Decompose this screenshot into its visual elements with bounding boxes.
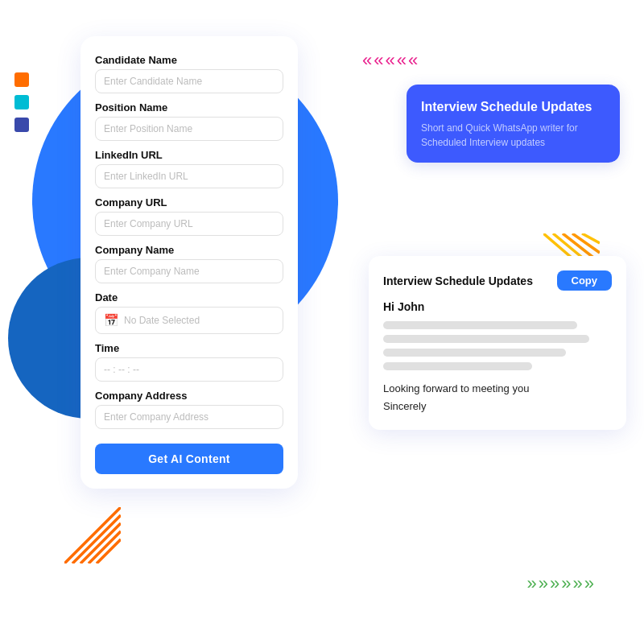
calendar-icon: 📅 bbox=[104, 313, 119, 328]
svg-line-0 bbox=[64, 507, 121, 564]
company-address-group: Company Address bbox=[95, 390, 283, 429]
get-ai-content-button[interactable]: Get AI Content bbox=[95, 444, 283, 474]
color-bar-indigo bbox=[14, 118, 29, 132]
linkedin-url-group: LinkedIn URL bbox=[95, 149, 283, 188]
output-closing: Looking forward to meeting youSincerely bbox=[383, 380, 612, 415]
date-group: Date 📅 No Date Selected bbox=[95, 291, 283, 334]
date-placeholder-text: No Date Selected bbox=[124, 315, 200, 326]
color-bar-orange bbox=[14, 72, 29, 87]
diagonal-lines-bottom-left bbox=[64, 507, 121, 564]
output-line-4 bbox=[383, 362, 532, 370]
time-label: Time bbox=[95, 342, 283, 354]
company-address-input[interactable] bbox=[95, 405, 283, 429]
info-card: Interview Schedule Updates Short and Qui… bbox=[407, 85, 620, 163]
output-card: Interview Schedule Updates Copy Hi John … bbox=[369, 256, 626, 430]
info-card-title: Interview Schedule Updates bbox=[421, 99, 605, 114]
linkedin-url-input[interactable] bbox=[95, 164, 283, 188]
color-bars bbox=[14, 72, 29, 132]
output-line-1 bbox=[383, 321, 577, 329]
output-line-3 bbox=[383, 349, 566, 357]
output-greeting: Hi John bbox=[383, 300, 612, 313]
position-name-group: Position Name bbox=[95, 101, 283, 141]
company-url-label: Company URL bbox=[95, 196, 283, 208]
color-bar-cyan bbox=[14, 95, 29, 109]
chevrons-bottom-decoration: »»»»»» bbox=[527, 573, 596, 594]
time-input[interactable] bbox=[95, 357, 283, 382]
company-name-label: Company Name bbox=[95, 244, 283, 256]
copy-button[interactable]: Copy bbox=[557, 270, 613, 291]
company-url-input[interactable] bbox=[95, 212, 283, 236]
date-picker[interactable]: 📅 No Date Selected bbox=[95, 307, 283, 334]
candidate-name-group: Candidate Name bbox=[95, 54, 283, 93]
position-name-label: Position Name bbox=[95, 101, 283, 114]
output-line-2 bbox=[383, 335, 589, 343]
date-label: Date bbox=[95, 291, 283, 303]
company-name-group: Company Name bbox=[95, 244, 283, 283]
svg-line-2 bbox=[80, 523, 121, 564]
form-card: Candidate Name Position Name LinkedIn UR… bbox=[80, 36, 298, 489]
output-card-header: Interview Schedule Updates Copy bbox=[383, 270, 612, 291]
linkedin-url-label: LinkedIn URL bbox=[95, 149, 283, 161]
info-card-description: Short and Quick WhatsApp writer for Sche… bbox=[421, 121, 605, 150]
time-group: Time bbox=[95, 342, 283, 382]
output-card-title: Interview Schedule Updates bbox=[383, 275, 533, 287]
company-url-group: Company URL bbox=[95, 196, 283, 236]
company-name-input[interactable] bbox=[95, 259, 283, 283]
candidate-name-input[interactable] bbox=[95, 69, 283, 93]
company-address-label: Company Address bbox=[95, 390, 283, 402]
position-name-input[interactable] bbox=[95, 117, 283, 141]
chevrons-top-decoration: ««««« bbox=[362, 50, 419, 71]
candidate-name-label: Candidate Name bbox=[95, 54, 283, 66]
